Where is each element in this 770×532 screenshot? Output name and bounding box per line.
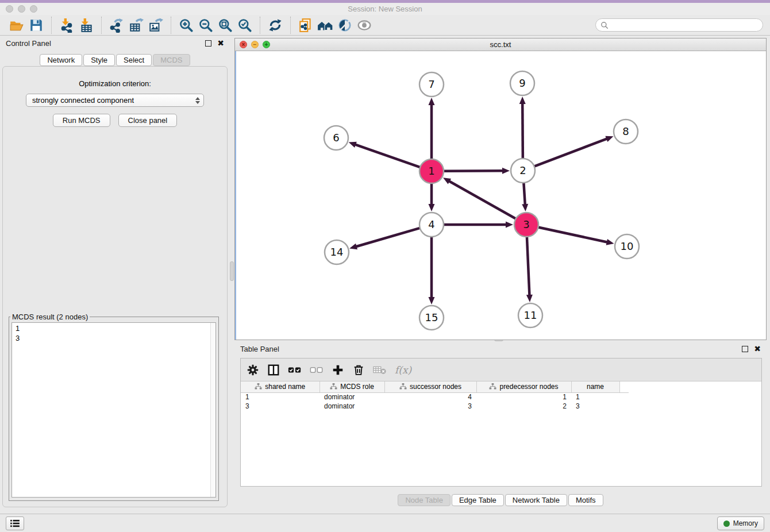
tab-select[interactable]: Select xyxy=(116,54,152,66)
eye-button[interactable] xyxy=(356,17,373,34)
control-panel: Control Panel ✖ Network Style Select MCD… xyxy=(0,36,230,511)
panel-splitter-handle[interactable] xyxy=(230,261,234,281)
home-icon xyxy=(317,18,333,33)
zoom-out-button[interactable] xyxy=(197,17,214,34)
graph-node-11[interactable]: 11 xyxy=(518,303,542,327)
graph-edge-2-9[interactable] xyxy=(522,103,523,159)
graph-node-10[interactable]: 10 xyxy=(615,234,639,259)
graph-node-7[interactable]: 7 xyxy=(419,72,444,97)
graph-edge-2-8[interactable] xyxy=(534,138,608,166)
graph-node-6[interactable]: 6 xyxy=(324,126,348,150)
graph-edge-3-11[interactable] xyxy=(527,237,530,296)
graph-arrowhead xyxy=(349,244,357,250)
delete-column-button[interactable] xyxy=(352,364,365,376)
table-row[interactable]: 1 dominator 4 1 1 xyxy=(241,392,629,402)
svg-text:2: 2 xyxy=(519,164,526,176)
svg-text:8: 8 xyxy=(622,125,629,137)
network-close-button[interactable]: × xyxy=(240,41,247,48)
zoom-selected-button[interactable] xyxy=(236,17,253,34)
tree-icon xyxy=(255,383,262,390)
import-network-icon xyxy=(59,18,74,33)
open-session-button[interactable] xyxy=(8,17,25,34)
col-header-predecessor-nodes[interactable]: predecessor nodes xyxy=(476,381,571,392)
network-maximize-button[interactable]: + xyxy=(263,41,270,48)
network-window-titlebar[interactable]: scc.txt × − + xyxy=(235,38,766,51)
float-panel-icon[interactable] xyxy=(205,40,211,47)
tree-icon xyxy=(489,383,496,390)
graph-node-4[interactable]: 4 xyxy=(419,213,444,237)
tab-edge-table[interactable]: Edge Table xyxy=(452,494,504,506)
add-column-button[interactable] xyxy=(332,364,344,376)
deselect-all-button[interactable] xyxy=(310,364,324,376)
graph-edge-4-14[interactable] xyxy=(356,228,420,247)
table-row[interactable]: 3 dominator 3 2 3 xyxy=(241,402,629,411)
delete-table-button[interactable] xyxy=(373,364,387,376)
graph-node-2[interactable]: 2 xyxy=(511,159,535,183)
zoom-in-button[interactable] xyxy=(178,17,195,34)
col-header-successor-nodes[interactable]: successor nodes xyxy=(384,381,476,392)
graphics-details-icon xyxy=(337,18,352,33)
tab-network[interactable]: Network xyxy=(40,54,82,66)
search-box[interactable] xyxy=(595,18,763,32)
select-all-button[interactable] xyxy=(288,364,302,376)
network-minimize-button[interactable]: − xyxy=(251,41,259,48)
table-settings-button[interactable] xyxy=(247,364,259,376)
col-header-mcds-role[interactable]: MCDS role xyxy=(319,381,384,392)
graph-edge-3-1[interactable] xyxy=(449,181,516,219)
run-mcds-button[interactable]: Run MCDS xyxy=(53,114,110,127)
graph-edge-1-2[interactable] xyxy=(444,171,503,171)
graph-node-14[interactable]: 14 xyxy=(325,240,349,264)
svg-text:1: 1 xyxy=(428,165,434,177)
tab-style[interactable]: Style xyxy=(83,54,115,66)
graph-edge-2-3[interactable] xyxy=(523,183,525,205)
tree-icon xyxy=(330,383,337,390)
svg-text:4: 4 xyxy=(428,218,434,230)
graph-node-15[interactable]: 15 xyxy=(419,306,444,330)
tab-node-table[interactable]: Node Table xyxy=(398,494,451,506)
memory-button[interactable]: Memory xyxy=(717,516,764,530)
network-graph[interactable]: 7968124314101511 xyxy=(235,51,766,340)
graph-node-9[interactable]: 9 xyxy=(510,71,534,95)
memory-status-icon xyxy=(723,521,730,527)
graph-edge-1-6[interactable] xyxy=(355,144,420,167)
graph-node-1[interactable]: 1 xyxy=(419,159,444,183)
graph-edge-3-10[interactable] xyxy=(538,227,608,242)
optimization-criterion-select[interactable]: strongly connected component xyxy=(26,94,204,107)
graph-node-8[interactable]: 8 xyxy=(614,119,638,144)
column-layout-button[interactable] xyxy=(267,364,280,376)
close-panel-button[interactable]: Close panel xyxy=(118,114,178,127)
mcds-result-line: 1 xyxy=(16,323,212,333)
toggle-graphics-details-button[interactable] xyxy=(336,17,353,34)
svg-text:6: 6 xyxy=(333,132,339,144)
tab-motifs[interactable]: Motifs xyxy=(568,494,603,506)
export-image-icon xyxy=(148,18,163,33)
export-image-button[interactable] xyxy=(147,17,164,34)
col-header-name[interactable]: name xyxy=(571,381,619,392)
select-arrows-icon xyxy=(195,97,200,104)
columns-icon xyxy=(267,364,280,376)
tab-mcds[interactable]: MCDS xyxy=(153,54,190,66)
import-table-button[interactable] xyxy=(78,17,95,34)
tab-network-table[interactable]: Network Table xyxy=(505,494,567,506)
refresh-view-button[interactable] xyxy=(267,17,284,34)
zoom-fit-button[interactable] xyxy=(217,17,234,34)
home-button[interactable] xyxy=(317,17,334,34)
float-table-panel-icon[interactable] xyxy=(742,346,748,352)
close-table-panel-icon[interactable]: ✖ xyxy=(754,345,761,353)
result-scrollbar[interactable] xyxy=(210,323,215,497)
function-builder-button[interactable]: f(x) xyxy=(395,364,411,376)
network-view-window: scc.txt × − + 7968124314101511 xyxy=(234,38,767,340)
save-session-button[interactable] xyxy=(28,17,45,34)
mcds-result-list[interactable]: 13 xyxy=(11,322,216,498)
graph-node-3[interactable]: 3 xyxy=(514,213,538,237)
task-history-button[interactable] xyxy=(6,516,24,530)
duplicate-network-button[interactable] xyxy=(297,17,314,34)
col-header-shared-name[interactable]: shared name xyxy=(241,381,319,392)
close-panel-icon[interactable]: ✖ xyxy=(217,39,224,47)
network-canvas[interactable]: 7968124314101511 xyxy=(235,51,766,340)
import-network-button[interactable] xyxy=(58,17,75,34)
search-input[interactable] xyxy=(611,21,758,29)
graph-arrowhead xyxy=(349,142,357,148)
export-table-button[interactable] xyxy=(128,17,145,34)
export-network-button[interactable] xyxy=(108,17,125,34)
